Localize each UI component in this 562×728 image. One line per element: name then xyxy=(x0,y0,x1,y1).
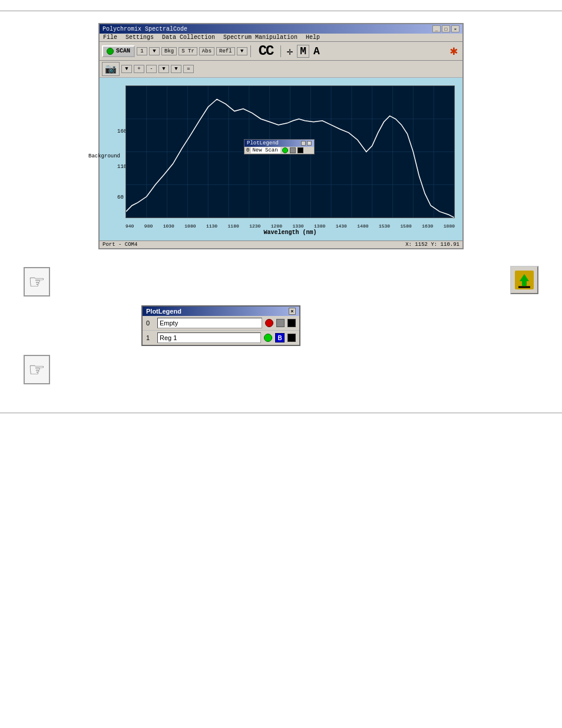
legend-sq-gray[interactable] xyxy=(290,147,296,153)
scan-up-down[interactable]: ▼ xyxy=(149,47,160,55)
legend-min-btn[interactable]: _ xyxy=(301,141,306,146)
status-bar: Port - COM4 X: 1152 Y: 110.91 xyxy=(100,241,462,248)
toolbar-row2: 📷 ▼ + - ▼ ▼ = xyxy=(100,61,462,78)
tb2-eq[interactable]: = xyxy=(183,65,194,73)
note-section-2: ☞ xyxy=(24,355,538,384)
tb2-dd2[interactable]: ▼ xyxy=(158,65,169,73)
legend-row-0: 0 New Scan xyxy=(244,147,314,154)
photo-btn[interactable]: 📷 xyxy=(102,62,120,76)
plot-legend-title: PlotLegend _ × xyxy=(244,140,314,147)
plotlegend-standalone[interactable]: PlotLegend × 0 1 B xyxy=(141,305,300,346)
m-icon[interactable]: M xyxy=(297,45,309,58)
menu-help[interactable]: Help xyxy=(305,34,321,41)
toolbar-row1: SCAN 1 ▼ Bkg S Tr Abs Refl ▼ CC ✛ M A ✱ xyxy=(100,42,462,61)
legend-dot-green[interactable] xyxy=(282,147,288,153)
dropdown-btn[interactable]: ▼ xyxy=(237,47,247,55)
pl-sq-b-1[interactable]: B xyxy=(275,333,285,342)
plotlegend-title: PlotLegend xyxy=(146,308,181,315)
scan-indicator xyxy=(107,48,114,55)
chart-plot: PlotLegend _ × 0 New Scan xyxy=(125,85,455,218)
plotlegend-row-0: 0 xyxy=(143,316,299,331)
pl-dot-0[interactable] xyxy=(265,319,273,327)
scan-label: SCAN xyxy=(116,48,130,54)
maximize-btn[interactable]: □ xyxy=(442,25,450,32)
close-btn[interactable]: × xyxy=(451,25,459,32)
cc-icon: CC xyxy=(254,43,278,59)
sep1 xyxy=(250,45,251,57)
y-tick-60: 60 xyxy=(117,195,124,200)
download-button[interactable] xyxy=(510,266,538,294)
sep2 xyxy=(280,45,281,57)
titlebar-buttons: _ □ × xyxy=(432,25,459,32)
pointing-hand-icon-1: ☞ xyxy=(24,267,50,297)
tb2-minus[interactable]: - xyxy=(146,65,157,73)
download-btn-wrapper xyxy=(510,266,538,294)
yaxis-label: Background xyxy=(88,153,120,159)
pointing-hand-icon-2: ☞ xyxy=(24,355,50,384)
plotlegend-row-1: 1 B xyxy=(143,331,299,345)
pl-sq-black-1[interactable] xyxy=(287,334,296,342)
chart-inner: Background 160 110 60 xyxy=(102,83,458,236)
plotlegend-close-btn[interactable]: × xyxy=(289,308,296,315)
chart-plot-legend[interactable]: PlotLegend _ × 0 New Scan xyxy=(244,139,315,154)
pl-num-1: 1 xyxy=(146,334,154,341)
window-title: Polychromix SpectralCode xyxy=(103,26,187,32)
legend-num-0: 0 xyxy=(246,147,249,153)
pl-input-1[interactable] xyxy=(157,332,261,343)
refl-btn[interactable]: Refl xyxy=(216,47,235,55)
tb2-down[interactable]: ▼ xyxy=(121,65,132,73)
pl-sq-black-0[interactable] xyxy=(287,319,296,327)
str-btn[interactable]: S Tr xyxy=(178,47,197,55)
tb2-dd3[interactable]: ▼ xyxy=(171,65,181,73)
star-icon[interactable]: ✱ xyxy=(448,43,460,59)
menu-data-collection[interactable]: Data Collection xyxy=(161,34,216,41)
menu-file[interactable]: File xyxy=(102,34,118,41)
bkg-btn[interactable]: Bkg xyxy=(161,47,177,55)
menubar: File Settings Data Collection Spectrum M… xyxy=(100,34,462,42)
xlabel: Wavelength (nm) xyxy=(125,228,455,236)
minimize-btn[interactable]: _ xyxy=(432,25,441,32)
scan-button[interactable]: SCAN xyxy=(102,45,135,57)
window-titlebar: Polychromix SpectralCode _ □ × xyxy=(100,24,462,34)
status-port: Port - COM4 xyxy=(103,242,137,248)
pl-dot-1[interactable] xyxy=(264,334,272,342)
download-icon xyxy=(514,269,535,291)
software-window: Polychromix SpectralCode _ □ × File Sett… xyxy=(98,23,464,249)
a-icon[interactable]: A xyxy=(311,45,322,57)
pl-sq-gray-0[interactable] xyxy=(276,319,285,327)
menu-settings[interactable]: Settings xyxy=(124,34,155,41)
cross-icon[interactable]: ✛ xyxy=(284,45,295,58)
pl-input-0[interactable] xyxy=(157,318,262,328)
note-section-1: ☞ xyxy=(24,267,538,297)
bottom-rule xyxy=(0,413,562,413)
tb2-plus[interactable]: + xyxy=(134,65,144,73)
legend-label-0: New Scan xyxy=(251,147,280,153)
scan-num[interactable]: 1 xyxy=(137,47,147,55)
plot-legend-label: PlotLegend xyxy=(247,140,279,146)
pl-num-0: 0 xyxy=(146,319,154,327)
legend-sq-black[interactable] xyxy=(297,147,303,153)
page-content: Polychromix SpectralCode _ □ × File Sett… xyxy=(0,11,562,401)
plotlegend-header: PlotLegend × xyxy=(143,307,299,316)
legend-close-btn[interactable]: × xyxy=(307,141,312,146)
abs-btn[interactable]: Abs xyxy=(199,47,214,55)
chart-area: Background 160 110 60 xyxy=(100,78,462,241)
status-coords: X: 1152 Y: 110.91 xyxy=(405,242,459,248)
menu-spectrum-manipulation[interactable]: Spectrum Manipulation xyxy=(222,34,299,41)
